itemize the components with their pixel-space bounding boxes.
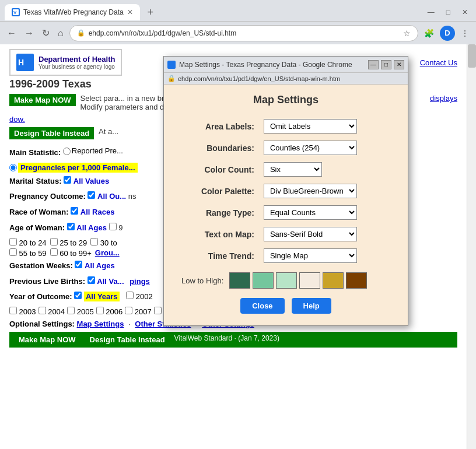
race-checkbox[interactable]	[71, 207, 78, 215]
group-link[interactable]: Grou...	[95, 248, 120, 258]
color-palette-cell: Div BlueGreen-Brown Sequential Green	[259, 180, 396, 202]
map-settings-link[interactable]: Map Settings	[77, 320, 124, 328]
boundaries-select[interactable]: Counties (254) State Only	[264, 141, 357, 155]
swatch-5[interactable]	[323, 272, 344, 289]
close-button[interactable]: ✕	[459, 7, 471, 17]
bottom-design-table-button[interactable]: Design Table Instead	[85, 334, 170, 345]
swatch-6[interactable]	[346, 272, 367, 289]
pregnancies-label: Pregnancies per 1,000 Female...	[18, 163, 138, 173]
inner-window-controls: — □ ✕	[368, 60, 404, 69]
year-2007[interactable]: 2007	[125, 307, 152, 316]
range-type-select[interactable]: Equal Counts Equal Intervals	[264, 205, 357, 220]
inner-title-bar: Map Settings - Texas Pregnancy Data - Go…	[164, 57, 408, 73]
minimize-button[interactable]: —	[424, 7, 438, 17]
maximize-button[interactable]: □	[443, 7, 454, 17]
reported-pre-radio[interactable]	[63, 148, 71, 155]
scrollbar-thumb[interactable]	[468, 44, 476, 68]
contact-link[interactable]: Contact Us	[420, 58, 457, 67]
color-count-cell: Six Three Four Five	[259, 159, 396, 180]
pregnancies-option[interactable]: Pregnancies per 1,000 Female...	[9, 163, 138, 173]
color-palette-select[interactable]: Div BlueGreen-Brown Sequential Green	[264, 184, 357, 198]
low-high-label: Low to High:	[181, 276, 223, 285]
window-link[interactable]: dow.	[9, 115, 25, 124]
displays-link[interactable]: displays	[430, 94, 457, 103]
year-all-checkbox[interactable]	[74, 292, 82, 299]
text-on-map-select[interactable]: Sans-Serif Bold Sans-Serif	[264, 227, 357, 241]
year-2005[interactable]: 2005	[67, 307, 94, 316]
active-tab[interactable]: V Texas VitalWeb Pregnancy Data ✕	[5, 4, 140, 20]
time-trend-select[interactable]: Single Map Multiple Maps	[264, 248, 357, 263]
scrollbar[interactable]	[467, 44, 476, 449]
reported-pre-option[interactable]: Reported Pre...	[63, 145, 123, 157]
color-count-row: Color Count: Six Three Four Five	[176, 159, 396, 180]
make-map-button[interactable]: Make Map NOW	[9, 94, 76, 106]
age-extra-checkbox[interactable]	[109, 223, 117, 230]
pregnancy-checkbox[interactable]	[88, 191, 95, 199]
refresh-button[interactable]: ↻	[40, 25, 52, 41]
inner-restore-button[interactable]: □	[381, 60, 391, 69]
range-type-row: Range Type: Equal Counts Equal Intervals	[176, 202, 396, 223]
age-25-29[interactable]: 25 to 29	[50, 238, 88, 247]
inner-minimize-button[interactable]: —	[368, 60, 379, 69]
inner-title-icon	[167, 61, 176, 69]
prev-births-checkbox[interactable]	[88, 276, 95, 284]
address-text: ehdp.com/vn/ro/txu1/pd1/dgw/en_US/std-ui…	[89, 29, 400, 37]
pregnancies-radio[interactable]	[9, 164, 17, 171]
pregnancy-all-outcomes[interactable]: All Ou...	[88, 192, 128, 201]
age-55-59[interactable]: 55 to 59	[9, 248, 47, 258]
bookmark-icon[interactable]: ☆	[403, 29, 411, 38]
text-on-map-label: Text on Map:	[176, 223, 259, 245]
age-60-99[interactable]: 60 to 99+	[50, 248, 92, 258]
profile-circle[interactable]: D	[440, 26, 455, 41]
inner-close-button[interactable]: ✕	[394, 60, 404, 69]
age-all-checkbox[interactable]	[67, 223, 75, 230]
swatch-1[interactable]	[229, 272, 250, 289]
address-bar[interactable]: 🔒 ehdp.com/vn/ro/txu1/pd1/dgw/en_US/std-…	[69, 25, 418, 41]
dept-name: Department of Health	[38, 55, 115, 64]
year-2004[interactable]: 2004	[38, 307, 65, 316]
swatch-4[interactable]	[299, 272, 320, 289]
year-2002-label: 2002	[136, 292, 153, 301]
year-2003[interactable]: 2003	[9, 307, 36, 316]
extensions-icon[interactable]: 🧩	[422, 27, 436, 39]
color-swatch-row: Low to High:	[176, 272, 396, 289]
swatch-3[interactable]	[276, 272, 297, 289]
boundaries-row: Boundaries: Counties (254) State Only	[176, 137, 396, 159]
gestation-all[interactable]: All Ages	[75, 261, 114, 270]
year-all-values[interactable]: All Years	[74, 292, 121, 301]
forward-button[interactable]: →	[22, 26, 36, 41]
pings-link[interactable]: pings	[130, 277, 150, 286]
home-button[interactable]: ⌂	[55, 26, 66, 41]
year-value: All Years	[84, 292, 120, 301]
design-table-button[interactable]: Design Table Instead	[9, 127, 94, 139]
inner-address-text: ehdp.com/vn/ro/txu1/pd1/dgw/en_US/std-ma…	[178, 75, 340, 82]
age-30-[interactable]: 30 to	[90, 238, 117, 247]
menu-icon[interactable]: ⋮	[459, 27, 471, 39]
swatch-2[interactable]	[253, 272, 274, 289]
marital-checkbox[interactable]	[64, 176, 71, 184]
race-all-values[interactable]: All Races	[71, 208, 114, 216]
bottom-make-map-button[interactable]: Make Map NOW	[14, 334, 80, 345]
window-controls: — □ ✕	[424, 7, 471, 17]
tab-close-icon[interactable]: ✕	[127, 8, 133, 16]
close-button[interactable]: Close	[240, 298, 284, 314]
age-20-24[interactable]: 20 to 24	[9, 238, 47, 247]
age-all-values[interactable]: All Ages	[67, 223, 109, 232]
back-button[interactable]: ←	[5, 26, 19, 41]
bottom-text: VitalWeb Standard · (Jan 7, 2023)	[174, 334, 279, 345]
age-suffix: 9	[118, 223, 123, 232]
prev-births-all[interactable]: All Va...	[88, 277, 127, 286]
help-button[interactable]: Help	[292, 298, 331, 314]
design-table-text: At a...	[99, 127, 118, 136]
color-count-select[interactable]: Six Three Four Five	[264, 162, 322, 177]
year-2006[interactable]: 2006	[96, 307, 123, 316]
area-labels-select[interactable]: Omit Labels Include Labels	[264, 119, 357, 134]
logo-box: H Department of Health Your business or …	[9, 49, 122, 76]
gestation-checkbox[interactable]	[75, 261, 82, 268]
year-2002-checkbox[interactable]	[126, 292, 134, 299]
map-settings-title: Map Settings	[176, 94, 396, 106]
new-tab-button[interactable]: +	[142, 4, 159, 20]
time-trend-label: Time Trend:	[176, 245, 259, 266]
tab-bar: V Texas VitalWeb Pregnancy Data ✕ + — □ …	[0, 0, 476, 21]
marital-all-values[interactable]: All Values	[64, 177, 109, 185]
